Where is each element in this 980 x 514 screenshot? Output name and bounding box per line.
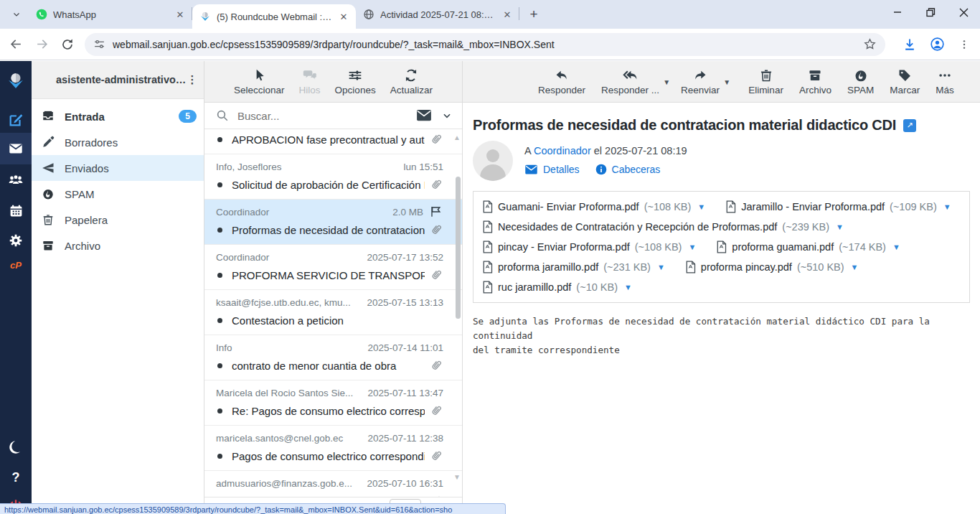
folder-entrada[interactable]: Entrada 5 [32, 103, 204, 129]
tab-close-icon[interactable]: ✕ [501, 8, 514, 21]
site-settings-icon[interactable] [93, 38, 105, 50]
tab-search-chevron-icon[interactable] [6, 4, 27, 24]
attachment-menu-caret-icon[interactable]: ▼ [851, 263, 859, 271]
back-icon[interactable] [6, 34, 26, 55]
browser-navbar: webmail.sanjuan.gob.ec/cpsess1535909589/… [0, 29, 980, 60]
refresh-icon[interactable] [57, 34, 77, 55]
contacts-icon[interactable] [0, 166, 32, 195]
compose-icon[interactable] [0, 106, 32, 134]
tab-whatsapp[interactable]: WhatsApp ✕ [29, 0, 192, 29]
scrollbar-up-arrow[interactable]: ▲ [453, 134, 461, 141]
trash-icon [759, 68, 773, 83]
restore-button[interactable] [914, 0, 947, 24]
message-row[interactable]: Info, Joseflores lun 15:51 Solicitud de … [204, 154, 462, 200]
folder-borradores[interactable]: Borradores [32, 129, 204, 155]
more-button[interactable]: Más [929, 67, 961, 97]
attachment-menu-caret-icon[interactable]: ▼ [943, 202, 951, 211]
search-icon [216, 109, 229, 122]
message-row[interactable]: Maricela del Rocio Santos Sie... 2025-07… [204, 380, 462, 426]
attachment-chip[interactable]: proforma guamani.pdf (~174 KB) ▼ [716, 240, 900, 253]
dropdown-caret-icon[interactable]: ▼ [723, 78, 730, 86]
account-header: asistente-administrativo@sa... ⋮ [32, 61, 204, 99]
open-in-new-window-icon[interactable]: ↗ [903, 119, 916, 132]
browser-tab-strip: WhatsApp ✕ (5) Roundcube Webmail :: Envi… [0, 0, 980, 29]
attachment-menu-caret-icon[interactable]: ▼ [836, 223, 844, 231]
archive-button[interactable]: Archivo [793, 67, 838, 97]
unread-dot [216, 228, 232, 233]
message-body: Se adjunta las Proformas de necesidad de… [473, 314, 970, 358]
omnibox[interactable]: webmail.sanjuan.gob.ec/cpsess1535909589/… [85, 33, 885, 56]
message-row[interactable]: maricela.santos@cnel.gob.ec 2025-07-11 1… [204, 426, 462, 471]
folder-archivo[interactable]: Archivo [32, 233, 204, 258]
folder-spam[interactable]: SPAM [32, 181, 204, 207]
search-input[interactable] [237, 110, 416, 122]
downloads-icon[interactable] [900, 34, 920, 55]
select-button[interactable]: Seleccionar [234, 68, 285, 95]
attachment-chip[interactable]: Jaramillo - Enviar Proforma.pdf (~109 KB… [725, 200, 951, 213]
mark-button[interactable]: Marcar [883, 67, 926, 97]
message-row[interactable]: Coordinador 2025-07-17 13:52 PROFORMA SE… [204, 245, 462, 290]
headers-toggle[interactable]: Cabeceras [595, 164, 661, 175]
folder-enviados[interactable]: Enviados [32, 155, 204, 181]
forward-button[interactable]: Reenviar ▼ [674, 67, 726, 97]
delete-button[interactable]: Eliminar [742, 67, 790, 97]
attachment-menu-caret-icon[interactable]: ▼ [892, 243, 900, 251]
tab-roundcube-active[interactable]: (5) Roundcube Webmail :: Envia ✕ [192, 4, 356, 29]
bookmark-star-icon[interactable] [863, 37, 877, 51]
new-tab-button[interactable]: + [524, 4, 544, 24]
message-row[interactable]: Info 2025-07-14 11:01 contrato de menor … [204, 335, 462, 380]
reply-button[interactable]: Responder [532, 67, 592, 97]
tag-icon [897, 68, 912, 83]
attachment-menu-caret-icon[interactable]: ▼ [624, 283, 632, 291]
message-row[interactable]: ksaait@fcjse.utb.edu.ec, kmu... 2025-07-… [204, 290, 462, 335]
attachment-chip[interactable]: Necesidades de Contratación y Recepción … [482, 220, 844, 233]
attachment-chip[interactable]: proforma jaramillo.pdf (~231 KB) ▼ [482, 261, 665, 274]
send-icon [42, 162, 55, 174]
minimize-button[interactable] [881, 0, 914, 24]
flame-icon [42, 187, 55, 200]
dropdown-caret-icon[interactable]: ▼ [663, 78, 670, 86]
attachment-chip[interactable]: Guamani- Enviar Proforma.pdf (~108 KB) ▼ [482, 200, 705, 213]
message-row-selected[interactable]: Coordinador 2.0 MB Proformas de necesida… [204, 200, 462, 245]
options-button[interactable]: Opciones [335, 68, 376, 95]
calendar-icon[interactable] [0, 196, 32, 225]
reply-all-button[interactable]: Responder ... ▼ [595, 67, 666, 97]
dark-mode-moon-icon[interactable] [0, 433, 32, 462]
tab-close-icon[interactable]: ✕ [174, 8, 187, 21]
close-window-button[interactable] [947, 0, 980, 24]
browser-menu-kebab-icon[interactable] [954, 34, 974, 55]
scrollbar-down-arrow[interactable]: ▼ [453, 473, 461, 481]
tab-close-icon[interactable]: ✕ [337, 10, 350, 23]
cpanel-icon[interactable]: cP [0, 251, 32, 279]
refresh-list-button[interactable]: Actualizar [390, 68, 433, 95]
spam-button[interactable]: SPAM [841, 67, 880, 97]
flag-icon[interactable] [429, 205, 443, 218]
tab-actividad[interactable]: Actividad 2025-07-21 08:00:00 ✕ [356, 0, 519, 29]
attachment-chip[interactable]: proforma pincay.pdf (~510 KB) ▼ [685, 261, 859, 274]
threads-button[interactable]: Hilos [299, 68, 321, 95]
tab-title: (5) Roundcube Webmail :: Envia [217, 11, 333, 22]
trash-icon [42, 213, 55, 226]
profile-icon[interactable] [927, 34, 947, 55]
details-toggle[interactable]: Detalles [524, 164, 580, 175]
url-text[interactable]: webmail.sanjuan.gob.ec/cpsess1535909589/… [113, 39, 863, 50]
help-icon[interactable]: ? [0, 463, 32, 492]
search-scope-mail-icon[interactable] [416, 109, 432, 122]
attachment-menu-caret-icon[interactable]: ▼ [657, 263, 665, 271]
message-list: APROBACION fase precontractual y autoriz… [204, 129, 462, 497]
attachment-menu-caret-icon[interactable]: ▼ [697, 202, 705, 211]
folder-papelera[interactable]: Papelera [32, 207, 204, 233]
search-options-chevron-icon[interactable] [442, 111, 452, 121]
tab-title: WhatsApp [53, 9, 169, 20]
message-row[interactable]: APROBACION fase precontractual y autoriz… [204, 129, 462, 154]
account-menu-kebab-icon[interactable]: ⋮ [187, 73, 198, 86]
scrollbar-thumb[interactable] [456, 177, 461, 319]
attachment-paperclip-icon [429, 132, 443, 146]
attachment-chip[interactable]: pincay - Enviar Proforma.pdf (~108 KB) ▼ [482, 240, 696, 253]
attachment-chip[interactable]: ruc jaramillo.pdf (~10 KB) ▼ [482, 281, 632, 294]
recipient-link[interactable]: Coordinador [534, 145, 591, 156]
forward-icon[interactable] [32, 34, 52, 55]
message-row[interactable]: admusuarios@finanzas.gob.e... 2025-07-10… [204, 471, 462, 497]
attachment-menu-caret-icon[interactable]: ▼ [688, 243, 696, 251]
mail-module-icon[interactable] [0, 134, 32, 163]
